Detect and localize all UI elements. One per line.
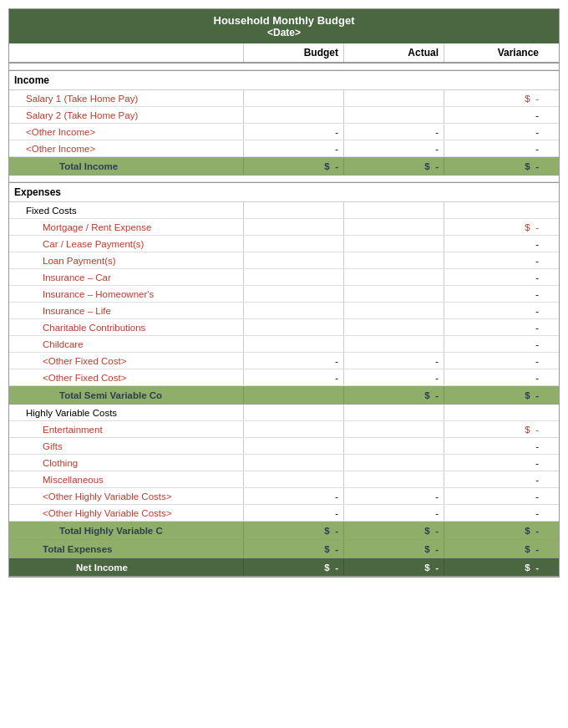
budget-cell[interactable] bbox=[243, 252, 343, 268]
budget-cell[interactable] bbox=[243, 286, 343, 302]
actual-cell[interactable] bbox=[343, 438, 444, 454]
budget-cell[interactable] bbox=[243, 269, 343, 285]
row-label: <Other Fixed Cost> bbox=[9, 353, 243, 369]
budget-cell[interactable] bbox=[243, 90, 343, 106]
row-label: Gifts bbox=[9, 438, 243, 454]
row-label: Salary 2 (Take Home Pay) bbox=[9, 107, 243, 123]
actual-cell[interactable] bbox=[343, 107, 444, 123]
actual-cell[interactable] bbox=[343, 286, 444, 302]
table-row: Miscellaneous - bbox=[9, 471, 559, 488]
budget-cell[interactable] bbox=[243, 455, 343, 471]
actual-cell[interactable] bbox=[343, 471, 444, 487]
variance-cell[interactable]: - bbox=[444, 488, 544, 504]
actual-cell[interactable] bbox=[343, 455, 444, 471]
budget-cell[interactable] bbox=[243, 421, 343, 437]
header-label bbox=[9, 43, 243, 62]
budget-cell[interactable]: - bbox=[243, 124, 343, 140]
total-semi-variable-row: Total Semi Variable Co $ - $ - bbox=[9, 386, 559, 405]
actual-cell[interactable]: - bbox=[343, 488, 444, 504]
actual-cell[interactable] bbox=[343, 303, 444, 318]
total-hv-label: Total Highly Variable C bbox=[9, 522, 243, 539]
variance-cell[interactable]: $ - bbox=[444, 90, 544, 106]
row-label: Insurance – Life bbox=[9, 303, 243, 318]
expenses-section-header: Expenses bbox=[9, 182, 559, 202]
table-row: Car / Lease Payment(s) - bbox=[9, 236, 559, 252]
budget-cell[interactable] bbox=[243, 107, 343, 123]
header-actual: Actual bbox=[343, 43, 444, 62]
variance-cell[interactable]: - bbox=[444, 286, 544, 302]
budget-cell[interactable] bbox=[243, 471, 343, 487]
actual-cell[interactable]: - bbox=[343, 505, 444, 521]
actual-cell[interactable] bbox=[343, 319, 444, 335]
variance-cell[interactable]: - bbox=[444, 455, 544, 471]
actual-cell[interactable] bbox=[343, 219, 444, 235]
table-row: <Other Fixed Cost> - - - bbox=[9, 369, 559, 386]
budget-cell[interactable] bbox=[243, 303, 343, 318]
te-variance: $ - bbox=[444, 540, 544, 557]
variance-cell[interactable]: - bbox=[444, 269, 544, 285]
budget-cell[interactable]: - bbox=[243, 140, 343, 156]
budget-cell[interactable]: - bbox=[243, 353, 343, 369]
variance-cell[interactable]: - bbox=[444, 236, 544, 252]
budget-cell[interactable] bbox=[243, 319, 343, 335]
variance-cell[interactable]: - bbox=[444, 438, 544, 454]
variance-cell[interactable]: - bbox=[444, 336, 544, 352]
actual-cell[interactable]: - bbox=[343, 124, 444, 140]
variance-cell[interactable]: $ - bbox=[444, 219, 544, 235]
row-label: <Other Fixed Cost> bbox=[9, 369, 243, 385]
header-row: Budget Actual Variance bbox=[9, 43, 559, 64]
variance-cell[interactable]: - bbox=[444, 471, 544, 487]
variance-cell[interactable]: - bbox=[444, 303, 544, 318]
net-income-label: Net Income bbox=[9, 558, 243, 576]
budget-cell[interactable] bbox=[243, 236, 343, 252]
actual-cell[interactable] bbox=[343, 269, 444, 285]
table-row: Childcare - bbox=[9, 336, 559, 353]
variance-cell[interactable]: - bbox=[444, 124, 544, 140]
net-income-row: Net Income $ - $ - $ - bbox=[9, 558, 559, 577]
total-highly-variable-row: Total Highly Variable C $ - $ - $ - bbox=[9, 522, 559, 540]
te-budget: $ - bbox=[243, 540, 343, 557]
actual-cell[interactable] bbox=[343, 421, 444, 437]
total-income-variance: $ - bbox=[444, 157, 544, 175]
actual-cell[interactable]: - bbox=[343, 369, 444, 385]
variance-cell[interactable]: - bbox=[444, 107, 544, 123]
row-label: Childcare bbox=[9, 336, 243, 352]
budget-cell[interactable]: - bbox=[243, 505, 343, 521]
spreadsheet: Household Monthly Budget <Date> Budget A… bbox=[8, 8, 560, 578]
variance-cell[interactable]: - bbox=[444, 140, 544, 156]
variance-cell[interactable]: - bbox=[444, 319, 544, 335]
row-label: Charitable Contributions bbox=[9, 319, 243, 335]
total-income-label: Total Income bbox=[9, 157, 243, 175]
table-row: Insurance – Car - bbox=[9, 269, 559, 286]
actual-cell[interactable]: - bbox=[343, 140, 444, 156]
actual-cell[interactable]: - bbox=[343, 353, 444, 369]
row-label: Insurance – Homeowner's bbox=[9, 286, 243, 302]
variance-cell[interactable]: $ - bbox=[444, 421, 544, 437]
total-expenses-label: Total Expenses bbox=[9, 540, 243, 557]
variance-cell[interactable]: - bbox=[444, 369, 544, 385]
spacer-2 bbox=[9, 176, 559, 182]
total-income-budget: $ - bbox=[243, 157, 343, 175]
budget-cell[interactable] bbox=[243, 438, 343, 454]
table-row: Salary 1 (Take Home Pay) $ - bbox=[9, 90, 559, 107]
variance-cell[interactable]: - bbox=[444, 353, 544, 369]
table-row: <Other Income> - - - bbox=[9, 124, 559, 140]
table-row: Entertainment $ - bbox=[9, 421, 559, 438]
variance-cell[interactable]: - bbox=[444, 252, 544, 268]
table-row: Mortgage / Rent Expense $ - bbox=[9, 219, 559, 236]
tsv-variance: $ - bbox=[444, 386, 544, 404]
actual-cell[interactable] bbox=[343, 236, 444, 252]
variance-cell[interactable]: - bbox=[444, 505, 544, 521]
row-label: <Other Income> bbox=[9, 140, 243, 156]
table-row: Insurance – Life - bbox=[9, 303, 559, 319]
budget-cell[interactable] bbox=[243, 336, 343, 352]
fc-variance bbox=[444, 202, 544, 218]
actual-cell[interactable] bbox=[343, 90, 444, 106]
budget-cell[interactable]: - bbox=[243, 488, 343, 504]
row-label: Car / Lease Payment(s) bbox=[9, 236, 243, 252]
budget-cell[interactable] bbox=[243, 219, 343, 235]
actual-cell[interactable] bbox=[343, 252, 444, 268]
budget-cell[interactable]: - bbox=[243, 369, 343, 385]
actual-cell[interactable] bbox=[343, 336, 444, 352]
thv-budget: $ - bbox=[243, 522, 343, 539]
